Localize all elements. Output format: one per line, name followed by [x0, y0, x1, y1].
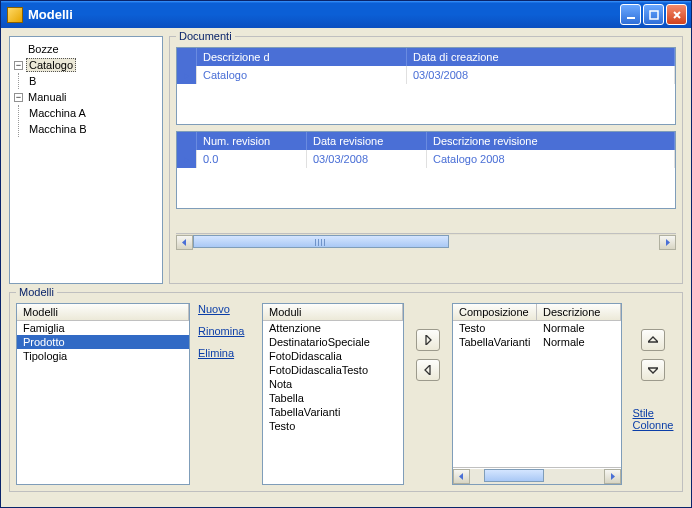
list-item[interactable]: FotoDidascalia	[263, 349, 403, 363]
collapse-icon[interactable]: −	[14, 93, 23, 102]
list-item[interactable]: Nota	[263, 377, 403, 391]
colonne-link[interactable]: Colonne	[633, 419, 674, 431]
scroll-left-icon[interactable]	[176, 235, 193, 250]
nuovo-link[interactable]: Nuovo	[198, 303, 254, 315]
composizione-list[interactable]: Composizione Descrizione Testo Normale T…	[452, 303, 622, 485]
tree-node-catalogo[interactable]: − Catalogo	[14, 57, 158, 73]
maximize-button[interactable]	[643, 4, 664, 25]
action-links: Nuovo Rinomina Elimina	[198, 303, 254, 485]
tree-node-manuali-child[interactable]: Macchina B	[27, 121, 158, 137]
list-item[interactable]: Famiglia	[17, 321, 189, 335]
list-item[interactable]: Tipologia	[17, 349, 189, 363]
scroll-left-icon[interactable]	[453, 469, 470, 484]
scroll-thumb[interactable]	[484, 469, 544, 482]
list-item[interactable]: Tabella	[263, 391, 403, 405]
modelli-list[interactable]: Modelli Famiglia Prodotto Tipologia	[16, 303, 190, 485]
collapse-icon[interactable]: −	[14, 61, 23, 70]
rinomina-link[interactable]: Rinomina	[198, 325, 254, 337]
tree-node-manuali[interactable]: − Manuali	[14, 89, 158, 105]
minimize-button[interactable]	[620, 4, 641, 25]
horizontal-scrollbar[interactable]	[176, 233, 676, 250]
svg-rect-0	[627, 17, 635, 19]
tree-node-catalogo-child[interactable]: B	[27, 73, 158, 89]
horizontal-scrollbar[interactable]	[453, 467, 621, 484]
col-descrizione[interactable]: Descrizione d	[197, 48, 407, 66]
window-title: Modelli	[28, 7, 620, 22]
move-down-button[interactable]	[641, 359, 665, 381]
stile-link[interactable]: Stile	[633, 407, 674, 419]
titlebar: Modelli	[1, 1, 691, 28]
row-selector-icon[interactable]: ▸	[177, 66, 197, 84]
scroll-thumb[interactable]	[193, 235, 449, 248]
move-up-button[interactable]	[641, 329, 665, 351]
col-composizione[interactable]: Composizione	[453, 304, 537, 320]
modelli-header[interactable]: Modelli	[17, 304, 189, 320]
list-item[interactable]: Attenzione	[263, 321, 403, 335]
app-window: Modelli Bozze − Catalogo	[0, 0, 692, 508]
list-item[interactable]: Prodotto	[17, 335, 189, 349]
tree-view[interactable]: Bozze − Catalogo B − Manuali Ma	[9, 36, 163, 284]
scroll-right-icon[interactable]	[659, 235, 676, 250]
scroll-right-icon[interactable]	[604, 469, 621, 484]
list-item[interactable]: Testo	[263, 419, 403, 433]
table-row[interactable]: Testo Normale	[453, 321, 621, 335]
documents-grid[interactable]: Descrizione d Data di creazione ▸ Catalo…	[176, 47, 676, 125]
documenti-group: Documenti Descrizione d Data di creazion…	[169, 36, 683, 284]
col-data-creazione[interactable]: Data di creazione	[407, 48, 675, 66]
list-item[interactable]: FotoDidascaliaTesto	[263, 363, 403, 377]
col-descrizione[interactable]: Descrizione	[537, 304, 621, 320]
tree-node-bozze[interactable]: Bozze	[14, 41, 158, 57]
list-item[interactable]: TabellaVarianti	[263, 405, 403, 419]
tree-node-manuali-child[interactable]: Macchina A	[27, 105, 158, 121]
elimina-link[interactable]: Elimina	[198, 347, 254, 359]
add-button[interactable]	[416, 329, 440, 351]
moduli-list[interactable]: Moduli Attenzione DestinatarioSpeciale F…	[262, 303, 404, 485]
app-icon	[7, 7, 23, 23]
remove-button[interactable]	[416, 359, 440, 381]
table-row[interactable]: ▸ Catalogo 03/03/2008	[177, 66, 675, 84]
svg-rect-1	[650, 11, 658, 19]
revisions-grid[interactable]: Num. revision Data revisione Descrizione…	[176, 131, 676, 209]
col-data-revisione[interactable]: Data revisione	[307, 132, 427, 150]
table-row[interactable]: ▸ 0.0 03/03/2008 Catalogo 2008	[177, 150, 675, 168]
modelli-label: Modelli	[16, 286, 57, 298]
modelli-group: Modelli Modelli Famiglia Prodotto Tipolo…	[9, 292, 683, 492]
documenti-label: Documenti	[176, 30, 235, 42]
moduli-header[interactable]: Moduli	[263, 304, 403, 320]
row-selector-icon[interactable]: ▸	[177, 150, 197, 168]
col-descr-revisione[interactable]: Descrizione revisione	[427, 132, 675, 150]
table-row[interactable]: TabellaVarianti Normale	[453, 335, 621, 349]
list-item[interactable]: DestinatarioSpeciale	[263, 335, 403, 349]
col-num-revision[interactable]: Num. revision	[197, 132, 307, 150]
close-button[interactable]	[666, 4, 687, 25]
